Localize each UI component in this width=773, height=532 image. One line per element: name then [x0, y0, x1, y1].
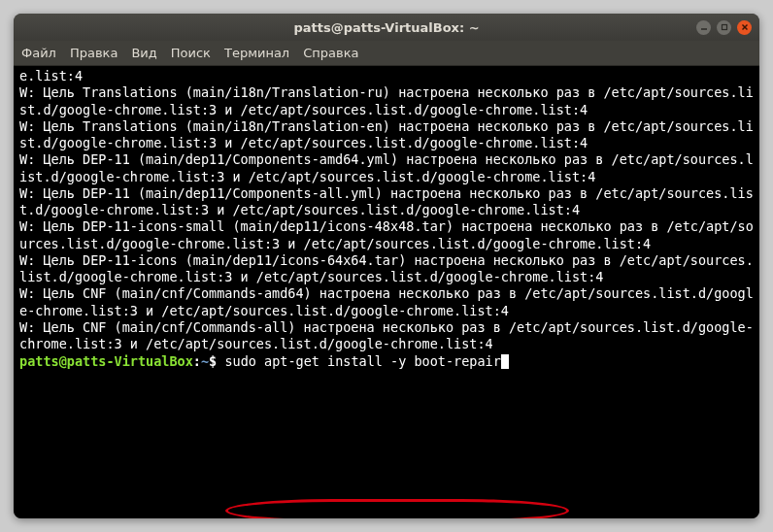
- menu-help[interactable]: Справка: [303, 46, 358, 60]
- terminal-line: W: Цель CNF (main/cnf/Commands-amd64) на…: [19, 285, 754, 317]
- close-icon: [741, 23, 749, 31]
- terminal-line: W: Цель DEP-11-icons-small (main/dep11/i…: [19, 218, 754, 250]
- terminal-line: W: Цель DEP-11-icons (main/dep11/icons-6…: [19, 252, 754, 284]
- maximize-icon: [721, 23, 728, 31]
- terminal-window: patts@patts-VirtualBox: ~ Файл Правка Ви…: [14, 14, 759, 518]
- svg-rect-1: [722, 25, 726, 30]
- cursor-icon: [501, 354, 509, 369]
- window-controls: [696, 20, 752, 35]
- prompt-user-host: patts@patts-VirtualBox: [19, 353, 193, 369]
- annotation-highlight: [225, 499, 569, 518]
- menu-view[interactable]: Вид: [131, 46, 156, 60]
- terminal-line: W: Цель CNF (main/cnf/Commands-all) наст…: [19, 319, 754, 351]
- window-title: patts@patts-VirtualBox: ~: [293, 20, 479, 35]
- terminal-line: W: Цель Translations (main/i18n/Translat…: [19, 84, 754, 116]
- terminal-line: W: Цель Translations (main/i18n/Translat…: [19, 118, 754, 150]
- minimize-icon: [700, 23, 708, 31]
- prompt-path: ~: [201, 353, 209, 369]
- terminal-content[interactable]: e.list:4 W: Цель Translations (main/i18n…: [14, 66, 759, 518]
- prompt-symbol: $: [209, 353, 217, 369]
- desktop-background: patts@patts-VirtualBox: ~ Файл Правка Ви…: [0, 0, 773, 532]
- menu-file[interactable]: Файл: [21, 46, 56, 60]
- terminal-line: W: Цель DEP-11 (main/dep11/Components-am…: [19, 151, 754, 183]
- menu-edit[interactable]: Правка: [70, 46, 118, 60]
- minimize-button[interactable]: [696, 20, 711, 35]
- menubar: Файл Правка Вид Поиск Терминал Справка: [14, 41, 759, 66]
- maximize-button[interactable]: [717, 20, 731, 35]
- prompt-line: patts@patts-VirtualBox:~$ sudo apt-get i…: [19, 353, 509, 369]
- terminal-line: W: Цель DEP-11 (main/dep11/Components-al…: [19, 185, 754, 217]
- titlebar[interactable]: patts@patts-VirtualBox: ~: [14, 14, 759, 41]
- menu-search[interactable]: Поиск: [171, 46, 211, 60]
- terminal-line: e.list:4: [19, 68, 83, 83]
- close-button[interactable]: [737, 20, 752, 35]
- prompt-colon: :: [193, 353, 201, 369]
- command-input: sudo apt-get install -y boot-repair: [224, 353, 500, 369]
- menu-terminal[interactable]: Терминал: [224, 46, 289, 60]
